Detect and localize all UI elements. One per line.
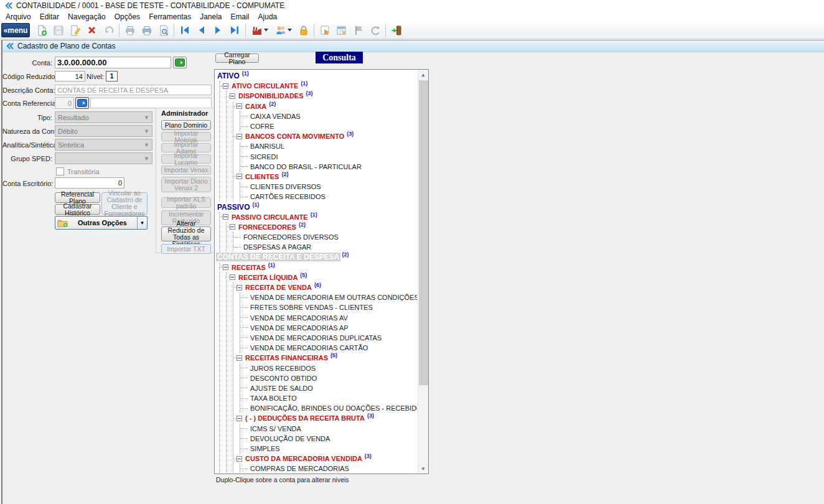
collapse-icon[interactable] bbox=[236, 416, 242, 421]
menu-item-opções[interactable]: Opções bbox=[110, 12, 144, 22]
tree-node[interactable]: VENDA DE MERCADORIA EM OUTRAS CONDIÇÕES bbox=[240, 292, 417, 302]
tree-node[interactable]: DEVOLUÇÃO DE VENDA bbox=[240, 434, 417, 444]
tree-node[interactable]: DESCONTO OBTIDO bbox=[240, 373, 417, 383]
tree-node[interactable]: ATIVO CIRCULANTE(1) bbox=[220, 81, 417, 91]
natureza-select[interactable]: Débito▼ bbox=[55, 125, 152, 137]
tree-node[interactable]: RECEITAS(1) bbox=[220, 263, 417, 273]
tree-node[interactable]: CLIENTES(2) bbox=[233, 172, 417, 182]
menu-button[interactable]: «menu bbox=[1, 23, 30, 37]
collapse-icon[interactable] bbox=[223, 264, 228, 270]
refresh-button[interactable] bbox=[367, 22, 383, 38]
admin-button-alterar-reduzido-de-todas-as-sint-ticas[interactable]: Alterar Reduzido de Todas as Sintéticas bbox=[161, 226, 211, 241]
tree-node[interactable]: CARTÕES RECEBIDOS bbox=[240, 192, 417, 202]
codigo-reduzido-input[interactable] bbox=[55, 71, 85, 82]
collapse-icon[interactable] bbox=[236, 134, 242, 139]
collapse-icon[interactable] bbox=[236, 355, 242, 361]
save-button[interactable] bbox=[50, 22, 67, 38]
tree-node[interactable]: ATIVO(1) bbox=[216, 71, 417, 81]
tree-node[interactable]: VENDA DE MERCADORIAS AV bbox=[240, 313, 417, 323]
tree-node[interactable]: ( - ) DEDUÇÕES DA RECEITA BRUTA(3) bbox=[233, 413, 417, 423]
admin-button-plano-dominio[interactable]: Plano Dominio bbox=[161, 120, 211, 130]
exit-button[interactable] bbox=[388, 22, 405, 38]
conta-go-button[interactable] bbox=[173, 57, 187, 68]
tipo-select[interactable]: Resultado▼ bbox=[55, 111, 152, 123]
tree-node[interactable]: BANRISUL bbox=[240, 141, 417, 151]
tree-node[interactable]: JUROS RECEBIDOS bbox=[240, 363, 417, 373]
cadastrar-historico-button[interactable]: Cadastrar Histórico bbox=[55, 204, 100, 215]
company-menu-button[interactable] bbox=[248, 22, 271, 38]
admin-button-importar-txt[interactable]: Importar TXT bbox=[161, 244, 211, 254]
analitica-select[interactable]: Sintetica▼ bbox=[55, 139, 152, 151]
nav-next-button[interactable] bbox=[210, 22, 227, 38]
conta-referencial-desc-input[interactable] bbox=[90, 98, 212, 108]
conta-input[interactable] bbox=[55, 57, 171, 68]
collapse-icon[interactable] bbox=[236, 103, 242, 109]
tree-node[interactable]: FRETES SOBRE VENDAS - CLIENTES bbox=[240, 302, 417, 312]
report-preview-button[interactable] bbox=[155, 22, 172, 38]
transitoria-checkbox[interactable] bbox=[56, 167, 64, 175]
carregar-plano-button[interactable]: Carregar Plano bbox=[215, 54, 259, 63]
tree-node[interactable]: BANCO DO BRASIL - PARTICULAR bbox=[240, 162, 417, 172]
menu-item-ajuda[interactable]: Ajuda bbox=[254, 12, 282, 22]
collapse-icon[interactable] bbox=[223, 214, 228, 220]
admin-button-importar-venax[interactable]: Importar Venax bbox=[161, 166, 211, 175]
collapse-icon[interactable] bbox=[230, 93, 235, 99]
admin-button-importar-diario-venax-2[interactable]: Importar Diario Venax 2 bbox=[161, 177, 211, 192]
menu-item-editar[interactable]: Editar bbox=[35, 12, 63, 22]
tree-scrollbar[interactable]: ▲ ▼ bbox=[418, 70, 428, 474]
lock-button[interactable] bbox=[295, 22, 312, 38]
collapse-icon[interactable] bbox=[230, 274, 235, 280]
menu-item-ferramentas[interactable]: Ferramentas bbox=[144, 12, 195, 22]
new-record-button[interactable] bbox=[33, 22, 50, 38]
print-preview-button[interactable] bbox=[121, 22, 138, 38]
vincular-cadastro-button[interactable]: Vincular ao Cadastro de Cliente e Fornec… bbox=[101, 192, 147, 215]
admin-button-importar-xls-padr-o[interactable]: Importar XLS padrão bbox=[161, 197, 211, 208]
tree-node[interactable]: ICMS S/ VENDA bbox=[240, 424, 417, 434]
tree-node[interactable]: BONIFICAÇÃO, BRINDES OU DOAÇÕES - RECEBI… bbox=[240, 403, 417, 413]
collapse-icon[interactable] bbox=[236, 174, 242, 179]
outras-opcoes-caret[interactable]: ▼ bbox=[137, 217, 147, 229]
conta-escritorio-input[interactable] bbox=[55, 177, 124, 189]
nav-first-button[interactable] bbox=[176, 22, 193, 38]
tree-node[interactable]: COFRE bbox=[240, 121, 417, 131]
menu-item-navegação[interactable]: Navegação bbox=[63, 12, 110, 22]
menu-item-arquivo[interactable]: Arquivo bbox=[1, 12, 35, 22]
descricao-input[interactable] bbox=[55, 85, 212, 95]
admin-button-importar-motolak[interactable]: Importar Motolak bbox=[161, 132, 211, 141]
conta-referencial-input[interactable] bbox=[55, 97, 74, 109]
delete-button[interactable] bbox=[83, 22, 100, 38]
scroll-up-arrow[interactable]: ▲ bbox=[418, 70, 428, 80]
menu-item-janela[interactable]: Janela bbox=[195, 12, 226, 22]
tree-node[interactable]: PASSIVO CIRCULANTE(1) bbox=[220, 212, 417, 222]
tree-node[interactable]: SIMPLES bbox=[240, 444, 417, 454]
tree-node[interactable]: CAIXA VENDAS bbox=[240, 111, 417, 121]
tree-node[interactable]: RECEITA DE VENDA(6) bbox=[233, 282, 417, 292]
tree-node[interactable]: DISPONIBILIDADES(3) bbox=[227, 91, 417, 101]
tree-node[interactable]: VENDA DE MERCADORIAS DUPLICATAS bbox=[240, 333, 417, 343]
menu-item-email[interactable]: Email bbox=[227, 12, 254, 22]
users-menu-button[interactable] bbox=[271, 22, 295, 38]
tree-node[interactable]: SICREDI bbox=[240, 152, 417, 162]
tree-node[interactable]: VENDA DE MERCADORIAS AP bbox=[240, 323, 417, 333]
collapse-icon[interactable] bbox=[236, 285, 242, 291]
undo-button[interactable] bbox=[100, 22, 117, 38]
outras-opcoes-button[interactable]: Outras Opções ▼ bbox=[55, 216, 147, 230]
form-shortcut-button[interactable] bbox=[316, 22, 333, 38]
tree-node[interactable]: VENDA DE MERCADORIAS CARTÃO bbox=[240, 343, 417, 353]
edit-button[interactable] bbox=[67, 22, 83, 38]
tree-node[interactable]: DESPESAS A PAGAR bbox=[233, 242, 417, 252]
tree-node[interactable]: AJUSTE DE SALDO bbox=[240, 383, 417, 393]
collapse-icon[interactable] bbox=[223, 83, 228, 89]
tree-node[interactable]: CLIENTES DIVERSOS bbox=[240, 182, 417, 192]
tree-node[interactable]: RECEITA LÍQUIDA(5) bbox=[227, 273, 417, 282]
flag-button[interactable] bbox=[350, 22, 367, 38]
scroll-thumb[interactable] bbox=[419, 80, 428, 385]
scroll-down-arrow[interactable]: ▼ bbox=[418, 464, 428, 474]
tree-node[interactable]: CONTAS DE RECEITA E DESPESA(2) bbox=[216, 252, 417, 262]
collapse-icon[interactable] bbox=[236, 456, 242, 462]
grupo-sped-select[interactable]: ▼ bbox=[55, 152, 152, 164]
print-button[interactable] bbox=[138, 22, 155, 38]
referencial-plano-button[interactable]: Referencial Plano bbox=[55, 192, 100, 203]
collapse-icon[interactable] bbox=[230, 224, 235, 230]
tree-node[interactable]: FORNECEDORES DIVERSOS bbox=[233, 232, 417, 242]
